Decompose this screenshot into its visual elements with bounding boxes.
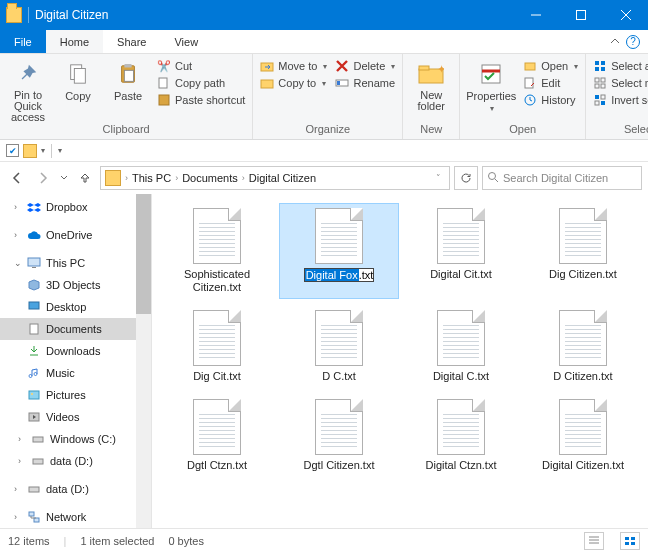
- nav-network[interactable]: ›Network: [0, 506, 151, 528]
- crumb-current[interactable]: Digital Citizen: [247, 172, 318, 184]
- minimize-button[interactable]: [513, 0, 558, 30]
- help-button[interactable]: ?: [626, 35, 640, 49]
- nav-this-pc[interactable]: ⌄This PC: [0, 252, 151, 274]
- file-item[interactable]: Digital C.txt: [402, 306, 520, 387]
- nav-desktop[interactable]: Desktop: [0, 296, 151, 318]
- paste-button[interactable]: Paste: [104, 56, 152, 102]
- scrollbar-thumb[interactable]: [136, 194, 151, 314]
- file-item[interactable]: Dig Cit.txt: [158, 306, 276, 387]
- cloud-icon: [26, 227, 42, 243]
- file-item[interactable]: Dig Citizen.txt: [524, 204, 642, 298]
- svg-point-31: [489, 173, 496, 180]
- paste-icon: [114, 60, 142, 88]
- copyto-icon: [260, 76, 274, 90]
- file-item[interactable]: Dgtl Ctzn.txt: [158, 395, 276, 476]
- rename-button[interactable]: Rename: [332, 75, 398, 91]
- forward-button[interactable]: [32, 167, 54, 189]
- nav-windows-c[interactable]: ›Windows (C:): [0, 428, 151, 450]
- edit-button[interactable]: Edit: [520, 75, 581, 91]
- file-pane[interactable]: Sophisticated Citizen.txtDigital Fox.txt…: [152, 194, 648, 528]
- move-to-button[interactable]: Move to▾: [257, 58, 330, 74]
- svg-rect-22: [601, 67, 605, 71]
- menubar: File Home Share View ?: [0, 30, 648, 54]
- new-folder-button[interactable]: ✦ New folder: [407, 56, 455, 112]
- svg-rect-19: [595, 61, 599, 65]
- dropbox-icon: [26, 199, 42, 215]
- tab-share[interactable]: Share: [103, 30, 160, 53]
- text-file-icon: [315, 208, 363, 264]
- nav-pictures[interactable]: Pictures: [0, 384, 151, 406]
- crumb-this-pc[interactable]: This PC: [130, 172, 173, 184]
- nav-data-d2[interactable]: ›data (D:): [0, 478, 151, 500]
- paste-shortcut-button[interactable]: Paste shortcut: [154, 92, 248, 108]
- new-folder-icon: ✦: [417, 60, 445, 88]
- file-item[interactable]: Dgtl Citizen.txt: [280, 395, 398, 476]
- delete-button[interactable]: Delete▾: [332, 58, 398, 74]
- checkbox-icon[interactable]: ✔: [6, 144, 19, 157]
- file-item[interactable]: Digital Fox.txt: [280, 204, 398, 298]
- up-button[interactable]: [74, 167, 96, 189]
- chevron-down-icon[interactable]: ˅: [430, 173, 447, 183]
- main: ›Dropbox ›OneDrive ⌄This PC 3D Objects D…: [0, 194, 648, 528]
- crumb-documents[interactable]: Documents: [180, 172, 240, 184]
- invert-selection-button[interactable]: Invert selection: [590, 92, 648, 108]
- copy-to-button[interactable]: Copy to▾: [257, 75, 330, 91]
- nav-onedrive[interactable]: ›OneDrive: [0, 224, 151, 246]
- pictures-icon: [26, 387, 42, 403]
- tab-view[interactable]: View: [160, 30, 212, 53]
- nav-3d-objects[interactable]: 3D Objects: [0, 274, 151, 296]
- copy-button[interactable]: Copy: [54, 56, 102, 102]
- address-bar[interactable]: › This PC › Documents › Digital Citizen …: [100, 166, 450, 190]
- file-item[interactable]: Digital Cit.txt: [402, 204, 520, 298]
- pasteshortcut-icon: [157, 93, 171, 107]
- collapse-ribbon-icon[interactable]: [610, 30, 620, 53]
- svg-rect-23: [595, 78, 599, 82]
- nav-videos[interactable]: Videos: [0, 406, 151, 428]
- select-none-button[interactable]: Select none: [590, 75, 648, 91]
- nav-music[interactable]: Music: [0, 362, 151, 384]
- file-item[interactable]: Digital Ctzn.txt: [402, 395, 520, 476]
- refresh-button[interactable]: [454, 166, 478, 190]
- nav-pane: ›Dropbox ›OneDrive ⌄This PC 3D Objects D…: [0, 194, 152, 528]
- open-button[interactable]: Open▾: [520, 58, 581, 74]
- titlebar: Digital Citizen: [0, 0, 648, 30]
- tab-home[interactable]: Home: [46, 30, 103, 53]
- cut-button[interactable]: ✂️Cut: [154, 58, 248, 74]
- history-button[interactable]: History: [520, 92, 581, 108]
- file-label: Dig Cit.txt: [193, 370, 241, 383]
- recent-dropdown[interactable]: [58, 167, 70, 189]
- nav-downloads[interactable]: Downloads: [0, 340, 151, 362]
- search-placeholder: Search Digital Citizen: [503, 172, 608, 184]
- group-label-new: New: [407, 123, 455, 137]
- svg-rect-20: [601, 61, 605, 65]
- rename-input[interactable]: Digital Fox.txt: [304, 268, 375, 282]
- delete-icon: [335, 59, 349, 73]
- file-item[interactable]: D C.txt: [280, 306, 398, 387]
- properties-button[interactable]: Properties▾: [464, 56, 518, 113]
- select-all-button[interactable]: Select all: [590, 58, 648, 74]
- file-label: Dgtl Citizen.txt: [304, 459, 375, 472]
- svg-rect-0: [576, 11, 585, 20]
- view-icons-button[interactable]: [620, 532, 640, 550]
- svg-rect-39: [33, 437, 43, 442]
- search-input[interactable]: Search Digital Citizen: [482, 166, 642, 190]
- nav-documents[interactable]: Documents: [0, 318, 151, 340]
- file-label: Dgtl Ctzn.txt: [187, 459, 247, 472]
- file-item[interactable]: Sophisticated Citizen.txt: [158, 204, 276, 298]
- file-item[interactable]: D Citizen.txt: [524, 306, 642, 387]
- close-button[interactable]: [603, 0, 648, 30]
- svg-rect-21: [595, 67, 599, 71]
- maximize-button[interactable]: [558, 0, 603, 30]
- nav-dropbox[interactable]: ›Dropbox: [0, 196, 151, 218]
- divider: [51, 144, 52, 158]
- view-details-button[interactable]: [584, 532, 604, 550]
- pin-quick-access-button[interactable]: Pin to Quick access: [4, 56, 52, 123]
- tab-file[interactable]: File: [0, 30, 46, 53]
- nav-data-d1[interactable]: ›data (D:): [0, 450, 151, 472]
- folder-icon[interactable]: [23, 144, 37, 158]
- svg-rect-16: [525, 63, 535, 70]
- back-button[interactable]: [6, 167, 28, 189]
- status-size: 0 bytes: [168, 535, 203, 547]
- copy-path-button[interactable]: Copy path: [154, 75, 248, 91]
- file-item[interactable]: Digital Citizen.txt: [524, 395, 642, 476]
